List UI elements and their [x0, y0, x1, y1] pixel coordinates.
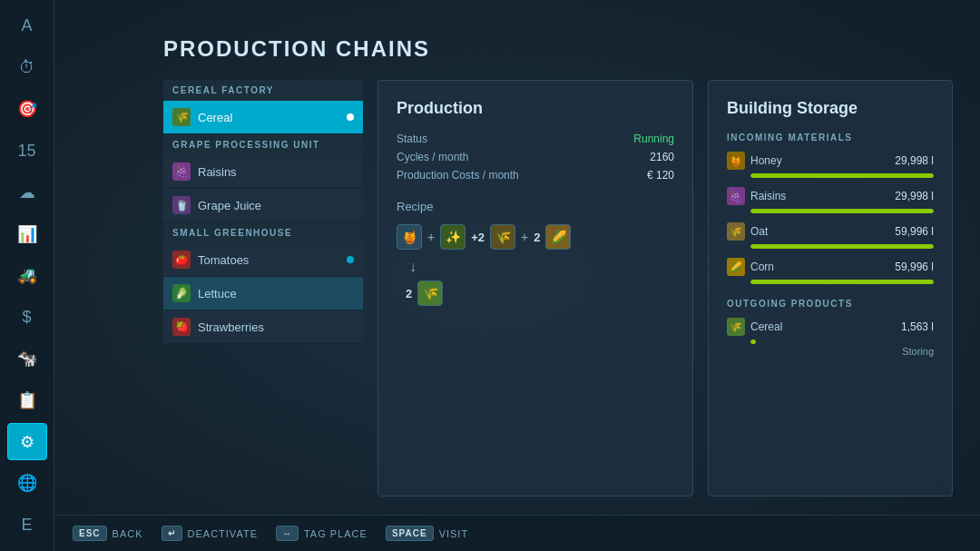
honey-storage-icon: 🍯 — [727, 152, 745, 170]
costs-label: Production Costs / month — [397, 169, 519, 182]
chain-item-raisins-label: Raisins — [198, 165, 237, 179]
cycles-value: 2160 — [650, 151, 674, 163]
num-2-b: 2 — [534, 231, 540, 244]
sidebar-icon-money[interactable]: $ — [7, 298, 47, 336]
raisins-bar-fill — [750, 209, 934, 213]
storage-item-oat: 🌾 Oat 59,996 l — [727, 222, 934, 249]
chains-panel: CEREAL FACTORY 🌾 Cereal GRAPE PROCESSING… — [163, 80, 363, 497]
corn-name: Corn — [750, 261, 889, 273]
chain-item-grape-juice-label: Grape Juice — [198, 199, 261, 212]
raisins-name: Raisins — [750, 190, 889, 202]
plus-2: + — [521, 230, 528, 244]
strawberries-icon: 🍓 — [172, 318, 191, 336]
sidebar-icon-calendar[interactable]: 15 — [7, 132, 47, 170]
recipe-arrow: ↓ — [397, 259, 674, 275]
space-key: SPACE — [386, 526, 434, 541]
corn-value: 59,996 l — [895, 261, 934, 273]
status-row: Status Running — [397, 133, 674, 145]
oat-bar-fill — [750, 244, 934, 249]
columns-layout: CEREAL FACTORY 🌾 Cereal GRAPE PROCESSING… — [163, 80, 953, 497]
sidebar-icon-weather[interactable]: ☁ — [7, 173, 47, 212]
cereal-out-value: 1,563 l — [901, 320, 934, 333]
deactivate-label[interactable]: DEACTIVATE — [188, 528, 258, 539]
honey-bar-fill — [750, 173, 934, 178]
outgoing-section: OUTGOING PRODUCTS 🌾 Cereal 1,563 l Stori… — [727, 299, 934, 357]
sidebar-icon-animal[interactable]: 🐄 — [7, 339, 47, 378]
cereal-icon: 🌾 — [172, 108, 191, 126]
enter-key: ↵ — [162, 526, 182, 541]
grape-juice-icon: 🥤 — [172, 196, 191, 214]
corn-storage-icon: 🌽 — [727, 258, 745, 276]
sparkle-recipe-icon: ✨ — [440, 224, 466, 250]
oat-row: 🌾 Oat 59,996 l — [727, 222, 934, 241]
raisins-icon: 🍇 — [172, 162, 191, 181]
main-content: PRODUCTION CHAINS CEREAL FACTORY 🌾 Cerea… — [54, 0, 980, 515]
tag-place-label[interactable]: TAG PLACE — [304, 528, 368, 539]
sidebar-icon-chart[interactable]: 📊 — [7, 215, 47, 253]
honey-value: 29,998 l — [895, 154, 934, 167]
hotkey-esc: ESC BACK — [73, 526, 143, 541]
storage-item-raisins: 🍇 Raisins 29,998 l — [727, 187, 934, 213]
hotkey-tag-place: ↔ TAG PLACE — [276, 526, 368, 541]
oat-bar-bg — [750, 244, 934, 249]
page-title: PRODUCTION CHAINS — [163, 36, 953, 62]
raisins-bar-bg — [750, 209, 934, 213]
cereal-out-bar-fill — [750, 339, 756, 344]
cereal-dot — [347, 113, 354, 121]
chain-item-cereal-label: Cereal — [198, 111, 232, 124]
chain-item-raisins[interactable]: 🍇 Raisins — [163, 155, 363, 189]
recipe-ingredients: 🍯 + ✨ +2 🌾 + 2 🌽 — [397, 224, 674, 250]
chain-item-strawberries[interactable]: 🍓 Strawberries — [163, 310, 363, 344]
raisins-storage-icon: 🍇 — [727, 187, 745, 205]
sidebar-icon-production[interactable]: ⚙ — [7, 423, 47, 461]
plus-1: + — [427, 230, 435, 244]
status-value: Running — [633, 133, 674, 145]
sidebar-icon-steering[interactable]: 🎯 — [7, 91, 47, 129]
outgoing-header: OUTGOING PRODUCTS — [727, 299, 934, 309]
back-label[interactable]: BACK — [113, 528, 143, 539]
raisins-row: 🍇 Raisins 29,998 l — [727, 187, 934, 205]
storage-item-cereal-out: 🌾 Cereal 1,563 l Storing — [727, 318, 934, 357]
sidebar-icon-clock[interactable]: ⏱ — [7, 49, 47, 87]
costs-value: € 120 — [647, 169, 674, 182]
recipe-output: 2 🌾 — [397, 280, 674, 306]
sidebar-icon-a[interactable]: A — [7, 7, 47, 45]
chain-item-cereal[interactable]: 🌾 Cereal — [163, 101, 363, 134]
arrows-key: ↔ — [276, 526, 299, 541]
honey-recipe-icon: 🍯 — [397, 224, 422, 250]
status-label: Status — [397, 133, 427, 145]
cereal-out-name: Cereal — [750, 320, 896, 333]
chain-item-tomatoes[interactable]: 🍅 Tomatoes — [163, 243, 363, 277]
sidebar-icon-globe[interactable]: 🌐 — [7, 464, 47, 502]
production-title: Production — [397, 99, 674, 118]
chain-item-grape-juice[interactable]: 🥤 Grape Juice — [163, 189, 363, 222]
corn-row: 🌽 Corn 59,996 l — [727, 258, 934, 276]
category-greenhouse: SMALL GREENHOUSE — [163, 222, 363, 243]
incoming-header: INCOMING MATERIALS — [727, 133, 934, 143]
oat-recipe-icon: 🌾 — [490, 224, 515, 250]
storage-item-corn: 🌽 Corn 59,996 l — [727, 258, 934, 284]
sidebar-icon-tractor[interactable]: 🚜 — [7, 257, 47, 295]
visit-label[interactable]: VISIT — [439, 528, 469, 539]
num-2-a: +2 — [471, 231, 485, 244]
oat-storage-icon: 🌾 — [727, 222, 745, 241]
corn-recipe-icon: 🌽 — [545, 224, 571, 250]
cycles-row: Cycles / month 2160 — [397, 151, 674, 163]
chain-item-lettuce[interactable]: 🥬 Lettuce — [163, 277, 363, 310]
hotkey-deactivate: ↵ DEACTIVATE — [162, 526, 258, 541]
sidebar: A ⏱ 🎯 15 ☁ 📊 🚜 $ 🐄 📋 ⚙ 🌐 E — [0, 0, 54, 551]
honey-bar-bg — [750, 173, 934, 178]
category-grape: GRAPE PROCESSING UNIT — [163, 134, 363, 155]
tomatoes-icon: 🍅 — [172, 251, 191, 269]
sidebar-icon-contracts[interactable]: 📋 — [7, 381, 47, 419]
hotkey-visit: SPACE VISIT — [386, 526, 468, 541]
cycles-label: Cycles / month — [397, 151, 468, 163]
corn-bar-bg — [750, 280, 934, 284]
chain-item-lettuce-label: Lettuce — [198, 287, 237, 300]
cereal-out-bar-bg — [750, 339, 934, 344]
building-storage-title: Building Storage — [727, 99, 934, 118]
sidebar-icon-e[interactable]: E — [7, 506, 47, 544]
lettuce-icon: 🥬 — [172, 284, 191, 302]
cereal-out-row: 🌾 Cereal 1,563 l — [727, 318, 934, 336]
honey-row: 🍯 Honey 29,998 l — [727, 152, 934, 170]
